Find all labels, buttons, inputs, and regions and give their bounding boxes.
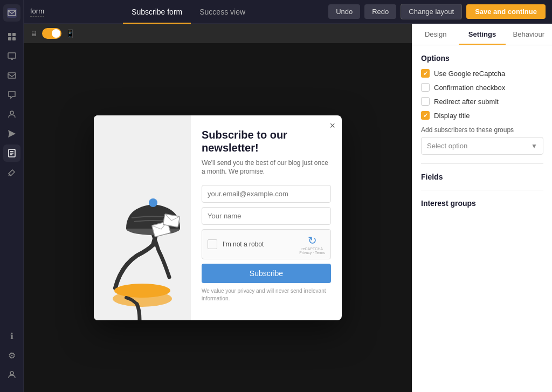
modal-close-button[interactable]: × bbox=[329, 121, 335, 130]
svg-point-21 bbox=[114, 284, 170, 298]
svg-rect-6 bbox=[8, 53, 16, 58]
captcha-label: I'm not a robot bbox=[223, 240, 294, 248]
svg-point-20 bbox=[149, 198, 157, 207]
tab-settings[interactable]: Settings bbox=[459, 24, 505, 45]
canvas-area: 🖥 📱 bbox=[24, 24, 412, 392]
modal-overlay: × Subscribe to our newsletter! We'll sen… bbox=[24, 43, 412, 392]
right-panel: Design Settings Behaviour Options Use Go… bbox=[412, 24, 552, 392]
sidebar-item-grid[interactable] bbox=[3, 28, 20, 45]
options-title: Options bbox=[421, 54, 543, 63]
sidebar-item-tools[interactable] bbox=[3, 164, 20, 181]
subscribe-modal: × Subscribe to our newsletter! We'll sen… bbox=[94, 115, 342, 320]
checkbox-redirect[interactable] bbox=[421, 97, 430, 106]
modal-title: Subscribe to our newsletter! bbox=[202, 128, 331, 154]
modal-illustration bbox=[94, 115, 191, 320]
device-toggle[interactable] bbox=[42, 28, 61, 39]
sidebar-item-profile[interactable] bbox=[3, 366, 20, 383]
captcha-checkbox[interactable] bbox=[208, 239, 217, 249]
undo-button[interactable]: Undo bbox=[328, 4, 360, 19]
privacy-text: We value your privacy and will never sen… bbox=[202, 287, 331, 302]
tab-behaviour[interactable]: Behaviour bbox=[506, 24, 552, 45]
sidebar-item-settings[interactable]: ⚙ bbox=[3, 347, 20, 364]
tab-subscribe-form[interactable]: Subscribe form bbox=[123, 0, 191, 24]
groups-select[interactable]: Select option ▼ bbox=[421, 137, 543, 155]
sidebar-item-info[interactable]: ℹ bbox=[3, 327, 20, 345]
name-field[interactable] bbox=[202, 207, 331, 225]
sidebar-bottom: ℹ ⚙ bbox=[3, 327, 20, 388]
svg-rect-5 bbox=[12, 37, 16, 40]
tab-design[interactable]: Design bbox=[412, 24, 459, 45]
sidebar-item-monitor[interactable] bbox=[3, 47, 20, 65]
main-content: form Subscribe form Success view Undo Re… bbox=[24, 0, 552, 392]
svg-rect-9 bbox=[8, 73, 16, 78]
option-display-title: Display title bbox=[421, 111, 543, 120]
select-dropdown-arrow: ▼ bbox=[531, 142, 537, 150]
sidebar: ℹ ⚙ bbox=[0, 0, 24, 392]
option-recaptcha: Use Google reCaptcha bbox=[421, 69, 543, 78]
interest-groups-title: Interest groups bbox=[421, 199, 543, 208]
groups-label: Add subscribers to these groups bbox=[421, 126, 543, 134]
option-label-redirect: Redirect after submit bbox=[434, 98, 499, 106]
panel-content: Options Use Google reCaptcha Confirmatio… bbox=[412, 45, 552, 392]
topbar: form Subscribe form Success view Undo Re… bbox=[24, 0, 552, 24]
email-field[interactable] bbox=[202, 185, 331, 203]
captcha-box: I'm not a robot ↻ reCAPTCHA Privacy · Te… bbox=[202, 229, 331, 259]
sidebar-item-email[interactable] bbox=[3, 67, 20, 84]
mobile-device-icon[interactable]: 📱 bbox=[66, 29, 75, 38]
option-label-recaptcha: Use Google reCaptcha bbox=[434, 70, 505, 78]
checkbox-display-title[interactable] bbox=[421, 111, 430, 120]
svg-point-10 bbox=[10, 111, 13, 114]
topbar-tabs: Subscribe form Success view bbox=[53, 0, 324, 24]
option-confirmation: Confirmation checkbox bbox=[421, 83, 543, 92]
panel-divider-2 bbox=[421, 190, 543, 190]
option-label-confirmation: Confirmation checkbox bbox=[434, 84, 505, 92]
sidebar-item-send[interactable] bbox=[3, 125, 20, 142]
svg-point-16 bbox=[10, 372, 13, 375]
svg-rect-3 bbox=[12, 33, 16, 36]
change-layout-button[interactable]: Change layout bbox=[401, 4, 462, 19]
svg-rect-2 bbox=[8, 33, 11, 36]
svg-rect-4 bbox=[8, 37, 11, 40]
recaptcha-logo: ↻ reCAPTCHA Privacy · Terms bbox=[299, 234, 325, 255]
modal-description: We'll send you the best of our blog just… bbox=[202, 159, 331, 177]
subscribe-button[interactable]: Subscribe bbox=[202, 264, 331, 283]
tab-success-view[interactable]: Success view bbox=[191, 0, 254, 24]
checkbox-confirmation[interactable] bbox=[421, 83, 430, 92]
sidebar-item-chat[interactable] bbox=[3, 86, 20, 104]
save-continue-button[interactable]: Save and continue bbox=[466, 4, 546, 19]
option-label-display-title: Display title bbox=[434, 112, 470, 120]
topbar-actions: Undo Redo Change layout Save and continu… bbox=[328, 4, 546, 19]
app-logo[interactable] bbox=[3, 4, 20, 22]
modal-content: × Subscribe to our newsletter! We'll sen… bbox=[191, 115, 342, 320]
sidebar-item-contacts[interactable] bbox=[3, 106, 20, 123]
canvas-toolbar: 🖥 📱 bbox=[24, 24, 412, 43]
fields-title: Fields bbox=[421, 173, 543, 181]
groups-select-value: Select option bbox=[427, 142, 467, 150]
form-name[interactable]: form bbox=[30, 7, 44, 17]
desktop-device-icon[interactable]: 🖥 bbox=[30, 29, 38, 38]
panel-tabs: Design Settings Behaviour bbox=[412, 24, 552, 45]
redo-button[interactable]: Redo bbox=[364, 4, 396, 19]
option-redirect: Redirect after submit bbox=[421, 97, 543, 106]
panel-divider-1 bbox=[421, 163, 543, 164]
checkbox-recaptcha[interactable] bbox=[421, 69, 430, 78]
sidebar-item-pages[interactable] bbox=[3, 145, 20, 162]
canvas-center: × Subscribe to our newsletter! We'll sen… bbox=[24, 43, 412, 392]
